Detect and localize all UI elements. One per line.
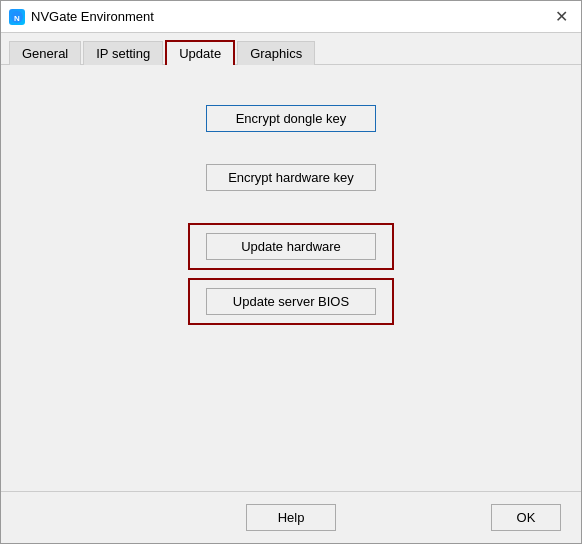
app-icon: N [9,9,25,25]
ok-button[interactable]: OK [491,504,561,531]
bottom-bar: Help OK [1,491,581,543]
update-hardware-button[interactable]: Update hardware [206,233,376,260]
close-button[interactable]: ✕ [549,5,573,29]
svg-text:N: N [14,13,20,22]
update-buttons-group: Update hardware Update server BIOS [188,223,394,325]
update-server-bios-button[interactable]: Update server BIOS [206,288,376,315]
update-bios-container: Update server BIOS [188,278,394,325]
tab-ip-setting[interactable]: IP setting [83,41,163,65]
encrypt-hardware-row: Encrypt hardware key [21,164,561,191]
title-bar-left: N NVGate Environment [9,9,154,25]
encrypt-dongle-row: Encrypt dongle key [21,105,561,132]
content-area: Encrypt dongle key Encrypt hardware key … [1,65,581,491]
tab-graphics[interactable]: Graphics [237,41,315,65]
help-button[interactable]: Help [246,504,336,531]
encrypt-hardware-button[interactable]: Encrypt hardware key [206,164,376,191]
tab-bar: General IP setting Update Graphics [1,33,581,65]
tab-update[interactable]: Update [165,40,235,65]
main-window: N NVGate Environment ✕ General IP settin… [0,0,582,544]
encrypt-dongle-button[interactable]: Encrypt dongle key [206,105,376,132]
title-bar: N NVGate Environment ✕ [1,1,581,33]
tab-general[interactable]: General [9,41,81,65]
window-title: NVGate Environment [31,9,154,24]
update-hardware-container: Update hardware [188,223,394,270]
